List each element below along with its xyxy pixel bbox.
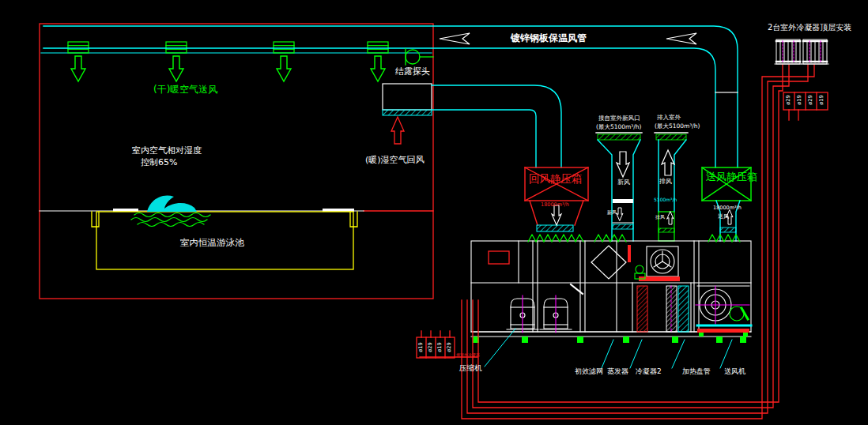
supply-diffuser-arrows: [71, 56, 385, 81]
hvac-cad-drawing: 镀锌钢板保温风管 2台室外冷凝器顶层安装 (干)暖空气送风 室内空气相对湿度 控…: [0, 0, 868, 425]
compressor-1: [507, 295, 538, 333]
supply-plenum-label: 送风静压箱: [706, 171, 757, 182]
label-evaporator: 蒸发器: [607, 368, 628, 376]
pipe-dia-top-4: ø19: [819, 92, 825, 108]
exhaust-line2: (最大5100m³/h): [655, 123, 700, 130]
return-duct: [432, 85, 561, 167]
condenser-coil: [637, 286, 647, 332]
ahu-feet: [473, 337, 746, 343]
return-flow-label: 18000m³/h: [541, 202, 569, 208]
probe-label: 结露探头: [395, 67, 430, 77]
exhaust-arrow: [662, 150, 674, 175]
pipe-note: 接室外冷凝器: [456, 353, 480, 358]
compressor-2: [540, 295, 572, 333]
exhaust-flow-small: 5100m³/h: [654, 197, 677, 203]
pipe-dia-bottom-1: ø19: [418, 340, 424, 355]
heating-coil: [678, 286, 689, 332]
supply-fan: [696, 286, 751, 337]
main-duct-label: 镀锌钢板保温风管: [511, 33, 587, 43]
label-supply-fan: 送风机: [724, 368, 745, 376]
ahu-frame: [471, 241, 751, 337]
condenser-note: 2台室外冷凝器顶层安装: [768, 23, 851, 32]
ceiling-diffusers: [68, 42, 388, 53]
pipe-dia-top-1: ø29: [786, 92, 791, 108]
pipe-dia-bottom-3: ø19: [437, 340, 443, 355]
return-down-arrow: [552, 205, 561, 225]
fresh-air-arrow-small: [617, 208, 623, 220]
water-waves: [131, 213, 210, 227]
return-damper-hatch: [537, 225, 573, 231]
label-leader-lines: [485, 329, 732, 368]
exhaust-dir-label: 排风: [659, 179, 672, 186]
return-plenum-label: 回风静压箱: [529, 173, 583, 185]
pipe-dia-top-2: ø19: [797, 92, 802, 108]
pipe-dia-bottom-4: ø29: [447, 340, 452, 355]
mixing-damper: [591, 246, 626, 279]
exhaust-line1: 排入室外: [657, 115, 681, 121]
humidity-label-line1: 室内空气相对湿度: [132, 146, 202, 156]
return-air-label: (暖)湿空气回风: [365, 156, 425, 165]
pipe-dia-bottom-2: ø29: [428, 340, 433, 355]
pipe-dia-top-3: ø29: [808, 92, 813, 108]
fresh-air-duct: [596, 133, 642, 241]
humidity-label-line2: 控制65%: [141, 158, 177, 167]
fresh-dir-label: 新风: [617, 179, 630, 186]
supply-air-label: (干)暖空气送风: [153, 85, 217, 95]
damper-blade: [571, 284, 583, 294]
exhaust-dir-small: 排风: [655, 215, 665, 220]
condenser-units: [775, 39, 828, 64]
pool-label: 室内恒温游泳池: [180, 238, 244, 248]
label-heating-coil: 加热盘管: [682, 368, 711, 376]
supply-dir-label: 送风: [718, 214, 729, 220]
label-compressor: 压缩机: [459, 364, 482, 372]
fresh-intake-line1: 接自室外新风口: [598, 115, 640, 122]
exhaust-arrow-small: [667, 212, 674, 224]
electric-box: [489, 251, 509, 264]
fresh-air-arrow: [617, 152, 629, 177]
supply-flow-label: 18000m³/h: [713, 205, 742, 211]
label-filter: 初效滤网: [575, 368, 603, 376]
swimmer-icon: [147, 196, 197, 212]
condensation-probe-icon: [406, 49, 433, 65]
label-condenser: 冷凝器2: [636, 368, 662, 376]
return-air-arrow: [391, 117, 404, 144]
coil-sections: [637, 286, 689, 332]
fresh-dir-small: 新风: [607, 210, 617, 216]
cad-linework: [0, 0, 868, 425]
fresh-intake-line2: (最大5100m³/h): [596, 124, 642, 130]
return-grille: [383, 84, 432, 115]
